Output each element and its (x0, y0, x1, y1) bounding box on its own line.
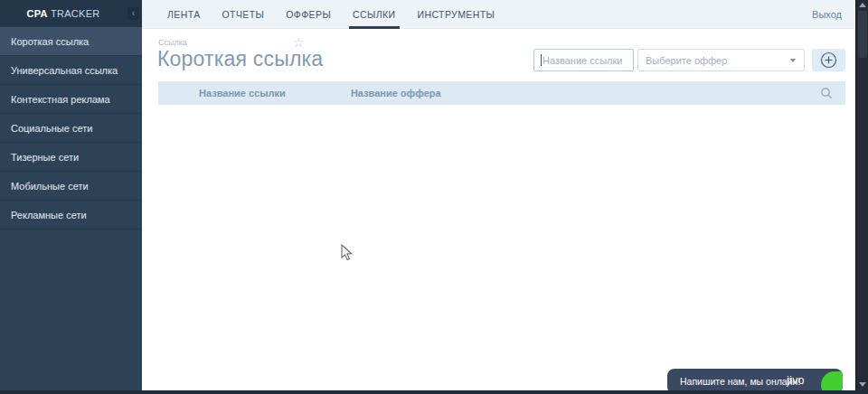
brand-tracker: TRACKER (48, 8, 100, 19)
sidebar-item-universal-link[interactable]: Универсальная ссылка (0, 56, 142, 85)
add-link-button[interactable] (812, 49, 845, 71)
sidebar-collapse-icon[interactable]: ‹ (127, 7, 139, 20)
tab-links[interactable]: ССЫЛКИ (342, 0, 406, 28)
search-icon[interactable] (820, 87, 833, 99)
link-name-input[interactable]: Название ссылки (533, 49, 634, 71)
bottom-edge-bar (0, 390, 868, 394)
sidebar-item-social-networks[interactable]: Социальные сети (0, 114, 142, 143)
top-tabs: ЛЕНТА ОТЧЕТЫ ОФФЕРЫ ССЫЛКИ ИНСТРУМЕНТЫ (142, 0, 505, 28)
tab-tools[interactable]: ИНСТРУМЕНТЫ (407, 0, 506, 28)
sidebar-item-short-link[interactable]: Короткая ссылка (0, 27, 142, 56)
tab-offers[interactable]: ОФФЕРЫ (275, 0, 342, 28)
sidebar-item-mobile-networks[interactable]: Мобильные сети (0, 172, 142, 201)
sidebar: CPA TRACKER ‹ Короткая ссылка Универсаль… (0, 0, 142, 390)
sidebar-header: CPA TRACKER ‹ (0, 0, 142, 27)
main-content: Ссылка Короткая ссылка ☆ Название ссылки… (142, 29, 854, 390)
jivo-logo: jivo (787, 374, 805, 387)
column-header-offer-name[interactable]: Название оффера (351, 88, 441, 98)
tab-lenta[interactable]: ЛЕНТА (156, 0, 212, 28)
chevron-down-icon (790, 59, 796, 62)
column-header-link-name[interactable]: Название ссылки (199, 88, 286, 98)
scroll-up-icon[interactable] (859, 3, 866, 7)
app-window: CPA TRACKER ‹ Короткая ссылка Универсаль… (0, 0, 868, 394)
chat-message: Напишите нам, мы онлайн! (667, 376, 800, 387)
sidebar-item-context-ads[interactable]: Контекстная реклама (0, 85, 142, 114)
brand-cpa: CPA (26, 8, 47, 19)
page-title: Короткая ссылка (157, 47, 323, 71)
top-nav-bar: ЛЕНТА ОТЧЕТЫ ОФФЕРЫ ССЫЛКИ ИНСТРУМЕНТЫ В… (142, 0, 854, 29)
sidebar-item-teaser-networks[interactable]: Тизерные сети (0, 143, 142, 172)
logout-link[interactable]: Выход (812, 9, 854, 20)
breadcrumb: Ссылка (158, 38, 187, 47)
brand-logo: CPA TRACKER (0, 8, 127, 19)
offer-select-placeholder: Выберите оффер (646, 55, 727, 66)
tab-reports[interactable]: ОТЧЕТЫ (212, 0, 276, 28)
text-caret (541, 54, 542, 66)
filter-bar: Название ссылки Выберите оффер (533, 49, 845, 71)
table-header-row: Название ссылки Название оффера (158, 81, 845, 105)
sidebar-item-ad-networks[interactable]: Рекламные сети (0, 201, 142, 230)
link-name-placeholder: Название ссылки (542, 55, 623, 66)
plus-circle-icon (820, 52, 837, 69)
favorite-star-icon[interactable]: ☆ (293, 35, 305, 50)
scrollbar-thumb[interactable] (858, 11, 867, 58)
scroll-down-icon[interactable] (859, 382, 866, 387)
vertical-scrollbar[interactable] (855, 0, 868, 394)
offer-select[interactable]: Выберите оффер (637, 49, 805, 71)
